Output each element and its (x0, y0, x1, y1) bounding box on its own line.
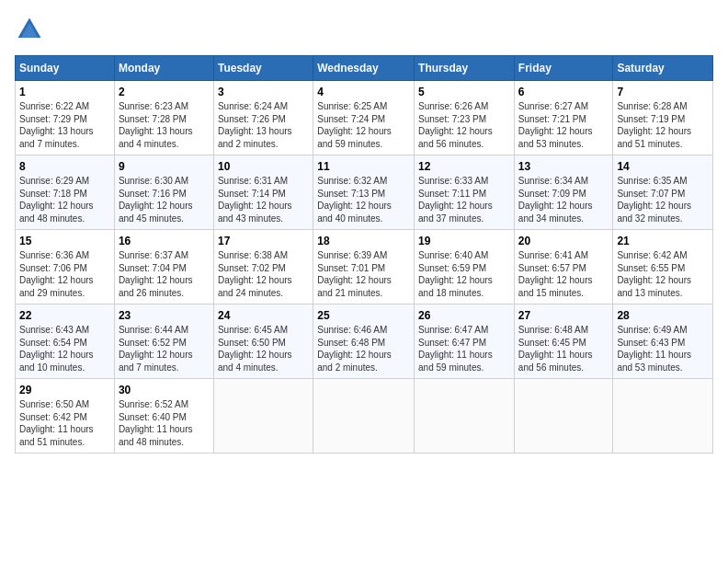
calendar-cell: 6Sunrise: 6:27 AM Sunset: 7:21 PM Daylig… (514, 81, 613, 155)
calendar-week-row: 29Sunrise: 6:50 AM Sunset: 6:42 PM Dayli… (16, 379, 713, 454)
day-info: Sunrise: 6:46 AM Sunset: 6:48 PM Dayligh… (317, 324, 410, 373)
day-number: 27 (518, 309, 609, 322)
logo (15, 15, 48, 44)
day-number: 17 (218, 235, 309, 247)
calendar-table: SundayMondayTuesdayWednesdayThursdayFrid… (15, 55, 713, 454)
day-number: 19 (418, 235, 510, 247)
day-info: Sunrise: 6:30 AM Sunset: 7:16 PM Dayligh… (119, 175, 210, 224)
calendar-cell: 26Sunrise: 6:47 AM Sunset: 6:47 PM Dayli… (415, 304, 515, 379)
calendar-cell: 18Sunrise: 6:39 AM Sunset: 7:01 PM Dayli… (313, 230, 415, 304)
day-info: Sunrise: 6:28 AM Sunset: 7:19 PM Dayligh… (617, 100, 709, 150)
day-info: Sunrise: 6:47 AM Sunset: 6:47 PM Dayligh… (418, 324, 510, 373)
calendar-cell: 19Sunrise: 6:40 AM Sunset: 6:59 PM Dayli… (415, 230, 515, 304)
calendar-cell (613, 379, 713, 454)
logo-icon (15, 15, 44, 44)
calendar-week-row: 8Sunrise: 6:29 AM Sunset: 7:18 PM Daylig… (16, 155, 713, 230)
calendar-cell: 17Sunrise: 6:38 AM Sunset: 7:02 PM Dayli… (213, 230, 313, 304)
calendar-cell: 7Sunrise: 6:28 AM Sunset: 7:19 PM Daylig… (613, 81, 713, 155)
day-info: Sunrise: 6:29 AM Sunset: 7:18 PM Dayligh… (19, 175, 110, 224)
day-info: Sunrise: 6:52 AM Sunset: 6:40 PM Dayligh… (119, 398, 210, 448)
day-info: Sunrise: 6:34 AM Sunset: 7:09 PM Dayligh… (518, 175, 609, 224)
calendar-cell: 24Sunrise: 6:45 AM Sunset: 6:50 PM Dayli… (213, 304, 313, 379)
calendar-cell: 29Sunrise: 6:50 AM Sunset: 6:42 PM Dayli… (16, 379, 115, 454)
day-info: Sunrise: 6:32 AM Sunset: 7:13 PM Dayligh… (317, 175, 410, 224)
day-info: Sunrise: 6:49 AM Sunset: 6:43 PM Dayligh… (617, 324, 709, 373)
day-number: 14 (617, 160, 709, 173)
day-info: Sunrise: 6:41 AM Sunset: 6:57 PM Dayligh… (518, 249, 609, 299)
calendar-cell: 5Sunrise: 6:26 AM Sunset: 7:23 PM Daylig… (415, 81, 515, 155)
day-number: 4 (317, 86, 410, 98)
day-info: Sunrise: 6:23 AM Sunset: 7:28 PM Dayligh… (119, 100, 210, 150)
calendar-header-sunday: Sunday (16, 56, 115, 81)
day-number: 8 (19, 160, 110, 173)
day-info: Sunrise: 6:40 AM Sunset: 6:59 PM Dayligh… (418, 249, 510, 299)
calendar-header-tuesday: Tuesday (213, 56, 313, 81)
calendar-week-row: 15Sunrise: 6:36 AM Sunset: 7:06 PM Dayli… (16, 230, 713, 304)
day-number: 12 (418, 160, 510, 173)
calendar-cell: 13Sunrise: 6:34 AM Sunset: 7:09 PM Dayli… (514, 155, 613, 230)
day-number: 21 (617, 235, 709, 247)
calendar-cell: 14Sunrise: 6:35 AM Sunset: 7:07 PM Dayli… (613, 155, 713, 230)
calendar-cell: 23Sunrise: 6:44 AM Sunset: 6:52 PM Dayli… (114, 304, 213, 379)
day-number: 9 (119, 160, 210, 173)
day-info: Sunrise: 6:26 AM Sunset: 7:23 PM Dayligh… (418, 100, 510, 150)
calendar-cell: 25Sunrise: 6:46 AM Sunset: 6:48 PM Dayli… (313, 304, 415, 379)
calendar-cell: 9Sunrise: 6:30 AM Sunset: 7:16 PM Daylig… (114, 155, 213, 230)
day-number: 26 (418, 309, 510, 322)
calendar-cell: 11Sunrise: 6:32 AM Sunset: 7:13 PM Dayli… (313, 155, 415, 230)
day-info: Sunrise: 6:48 AM Sunset: 6:45 PM Dayligh… (518, 324, 609, 373)
day-info: Sunrise: 6:45 AM Sunset: 6:50 PM Dayligh… (218, 324, 309, 373)
calendar-header-saturday: Saturday (613, 56, 713, 81)
calendar-cell: 3Sunrise: 6:24 AM Sunset: 7:26 PM Daylig… (213, 81, 313, 155)
day-info: Sunrise: 6:24 AM Sunset: 7:26 PM Dayligh… (218, 100, 309, 150)
day-info: Sunrise: 6:44 AM Sunset: 6:52 PM Dayligh… (119, 324, 210, 373)
calendar-week-row: 22Sunrise: 6:43 AM Sunset: 6:54 PM Dayli… (16, 304, 713, 379)
day-number: 7 (617, 86, 709, 98)
calendar-cell: 20Sunrise: 6:41 AM Sunset: 6:57 PM Dayli… (514, 230, 613, 304)
day-info: Sunrise: 6:36 AM Sunset: 7:06 PM Dayligh… (19, 249, 110, 299)
day-info: Sunrise: 6:38 AM Sunset: 7:02 PM Dayligh… (218, 249, 309, 299)
day-number: 15 (19, 235, 110, 247)
calendar-cell: 22Sunrise: 6:43 AM Sunset: 6:54 PM Dayli… (16, 304, 115, 379)
day-info: Sunrise: 6:25 AM Sunset: 7:24 PM Dayligh… (317, 100, 410, 150)
calendar-cell: 1Sunrise: 6:22 AM Sunset: 7:29 PM Daylig… (16, 81, 115, 155)
page-header (15, 15, 713, 44)
calendar-header-friday: Friday (514, 56, 613, 81)
calendar-cell: 12Sunrise: 6:33 AM Sunset: 7:11 PM Dayli… (415, 155, 515, 230)
day-info: Sunrise: 6:43 AM Sunset: 6:54 PM Dayligh… (19, 324, 110, 373)
day-info: Sunrise: 6:42 AM Sunset: 6:55 PM Dayligh… (617, 249, 709, 299)
day-number: 2 (119, 86, 210, 98)
day-info: Sunrise: 6:27 AM Sunset: 7:21 PM Dayligh… (518, 100, 609, 150)
day-number: 22 (19, 309, 110, 322)
day-number: 6 (518, 86, 609, 98)
day-number: 24 (218, 309, 309, 322)
day-number: 20 (518, 235, 609, 247)
day-info: Sunrise: 6:31 AM Sunset: 7:14 PM Dayligh… (218, 175, 309, 224)
calendar-cell: 27Sunrise: 6:48 AM Sunset: 6:45 PM Dayli… (514, 304, 613, 379)
calendar-header-row: SundayMondayTuesdayWednesdayThursdayFrid… (16, 56, 713, 81)
day-info: Sunrise: 6:39 AM Sunset: 7:01 PM Dayligh… (317, 249, 410, 299)
day-number: 25 (317, 309, 410, 322)
day-info: Sunrise: 6:35 AM Sunset: 7:07 PM Dayligh… (617, 175, 709, 224)
day-info: Sunrise: 6:50 AM Sunset: 6:42 PM Dayligh… (19, 398, 110, 448)
calendar-cell: 16Sunrise: 6:37 AM Sunset: 7:04 PM Dayli… (114, 230, 213, 304)
calendar-cell: 8Sunrise: 6:29 AM Sunset: 7:18 PM Daylig… (16, 155, 115, 230)
calendar-header-wednesday: Wednesday (313, 56, 415, 81)
calendar-cell: 2Sunrise: 6:23 AM Sunset: 7:28 PM Daylig… (114, 81, 213, 155)
day-number: 10 (218, 160, 309, 173)
calendar-week-row: 1Sunrise: 6:22 AM Sunset: 7:29 PM Daylig… (16, 81, 713, 155)
day-info: Sunrise: 6:33 AM Sunset: 7:11 PM Dayligh… (418, 175, 510, 224)
day-number: 1 (19, 86, 110, 98)
day-number: 5 (418, 86, 510, 98)
calendar-header-thursday: Thursday (415, 56, 515, 81)
calendar-cell: 4Sunrise: 6:25 AM Sunset: 7:24 PM Daylig… (313, 81, 415, 155)
calendar-cell: 28Sunrise: 6:49 AM Sunset: 6:43 PM Dayli… (613, 304, 713, 379)
day-number: 28 (617, 309, 709, 322)
day-number: 18 (317, 235, 410, 247)
day-number: 11 (317, 160, 410, 173)
day-number: 13 (518, 160, 609, 173)
calendar-cell: 21Sunrise: 6:42 AM Sunset: 6:55 PM Dayli… (613, 230, 713, 304)
calendar-cell (415, 379, 515, 454)
day-number: 29 (19, 384, 110, 396)
day-number: 16 (119, 235, 210, 247)
